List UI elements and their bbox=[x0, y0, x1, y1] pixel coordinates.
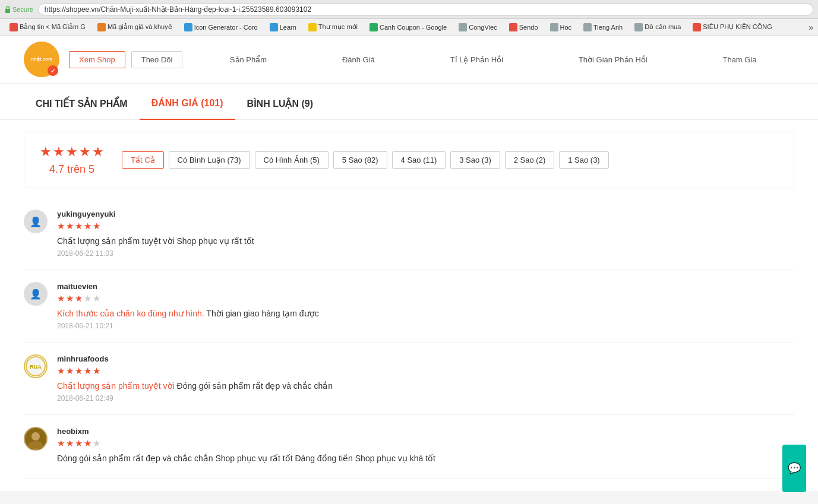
review-content: yukinguyenyuki ★ ★ ★ ★ ★ Chất lượng sản … bbox=[57, 210, 794, 258]
reviewer-name: minhruafoods bbox=[57, 354, 794, 363]
star: ★ bbox=[75, 293, 83, 304]
bookmark-icon bbox=[10, 23, 18, 31]
star-half: ★ bbox=[92, 144, 104, 160]
star-3: ★ bbox=[66, 144, 78, 160]
bookmark-hoc[interactable]: Hoc bbox=[545, 22, 577, 33]
bookmark-learn[interactable]: Learn bbox=[265, 22, 301, 33]
reviews-section: ★ ★ ★ ★ ★ 4.7 trên 5 Tất Cả Có Bình Luận… bbox=[0, 120, 818, 491]
nav-san-pham[interactable]: Sản Phẩm bbox=[225, 53, 271, 66]
svg-text:RUA: RUA bbox=[30, 364, 42, 370]
shop-header: nhật.com ✓ Xem Shop Theo Dõi Sản Phẩm Đá… bbox=[0, 36, 818, 84]
star: ★ bbox=[75, 221, 83, 232]
star: ★ bbox=[57, 366, 65, 376]
bookmark-folder[interactable]: Thư mục mới bbox=[304, 22, 362, 33]
star: ★ bbox=[57, 221, 65, 232]
bookmark-magiamgia[interactable]: Mã giảm giá và khuyế bbox=[93, 22, 177, 33]
bookmark-icon bbox=[308, 23, 317, 31]
star: ★ bbox=[84, 366, 91, 376]
verified-badge: ✓ bbox=[48, 65, 58, 76]
review-text: Kích thước của chăn ko đúng như hình. Th… bbox=[57, 309, 794, 318]
avatar-icon: 👤 bbox=[30, 216, 42, 227]
review-date: 2018-06-21 10:21 bbox=[57, 322, 794, 330]
shop-logo: nhật.com ✓ bbox=[24, 42, 59, 77]
review-date: 2018-06-21 02:49 bbox=[57, 394, 794, 402]
shop-nav: Sản Phẩm Đánh Giá Tỉ Lệ Phản Hồi Thời Gi… bbox=[192, 53, 794, 66]
review-stars: ★ ★ ★ ★ ★ bbox=[57, 293, 794, 304]
star-2: ★ bbox=[53, 144, 65, 160]
filter-1-sao[interactable]: 1 Sao (3) bbox=[559, 151, 608, 169]
chat-button[interactable]: 💬 bbox=[782, 445, 806, 491]
nav-thoi-gian-phan-hoi[interactable]: Thời Gian Phản Hồi bbox=[574, 53, 652, 66]
bookmark-sieuphu[interactable]: SIÊU PHỤ KIỆN CÔNG bbox=[688, 22, 776, 33]
review-content: minhruafoods ★ ★ ★ ★ ★ Chất lượng sản ph… bbox=[57, 354, 794, 402]
reviewer-name: heobixm bbox=[57, 427, 794, 436]
filter-3-sao[interactable]: 3 Sao (3) bbox=[450, 151, 500, 169]
avatar: 👤 bbox=[24, 210, 48, 233]
bookmark-docannua[interactable]: Đồ cần mua bbox=[630, 22, 686, 33]
bookmark-icon bbox=[97, 23, 106, 31]
tab-chi-tiet[interactable]: CHI TIẾT SẢN PHẨM bbox=[24, 88, 140, 119]
bookmark-sendo[interactable]: Sendo bbox=[504, 22, 543, 33]
tab-danh-gia[interactable]: ĐÁNH GIÁ (101) bbox=[140, 88, 235, 120]
avatar-photo bbox=[25, 428, 46, 449]
review-text: Chất lượng sản phẩm tuyệt vời Đóng gói s… bbox=[57, 381, 794, 391]
nav-tham-gia[interactable]: Tham Gia bbox=[718, 53, 761, 66]
nav-ti-le-phan-hoi[interactable]: Tỉ Lệ Phản Hồi bbox=[446, 53, 508, 66]
address-bar[interactable]: https://shopee.vn/Chăn-Muji-xuất-Nhật-Bả… bbox=[38, 4, 813, 15]
filter-buttons: Tất Cả Có Bình Luận (73) Có Hình Ảnh (5)… bbox=[122, 151, 782, 169]
rating-summary: ★ ★ ★ ★ ★ 4.7 trên 5 Tất Cả Có Bình Luận… bbox=[24, 132, 794, 188]
review-item: RUA minhruafoods ★ ★ ★ ★ ★ Chất lượng sả… bbox=[24, 343, 794, 415]
bookmark-icon bbox=[509, 23, 517, 31]
theo-doi-button[interactable]: Theo Dõi bbox=[131, 51, 183, 68]
stars-display: ★ ★ ★ ★ ★ bbox=[40, 144, 104, 160]
review-date: 2018-06-22 11:03 bbox=[57, 249, 794, 258]
rating-score-box: ★ ★ ★ ★ ★ 4.7 trên 5 bbox=[36, 144, 108, 176]
filter-2-sao[interactable]: 2 Sao (2) bbox=[505, 151, 554, 169]
bookmark-congviec[interactable]: CongViec bbox=[454, 22, 502, 33]
review-item: 👤 maituevien ★ ★ ★ ★ ★ Kích thước của ch… bbox=[24, 270, 794, 343]
star-1: ★ bbox=[40, 144, 52, 160]
star: ★ bbox=[93, 366, 100, 376]
filter-4-sao[interactable]: 4 Sao (11) bbox=[392, 151, 446, 169]
star-empty: ★ bbox=[93, 438, 100, 449]
reviewer-name: maituevien bbox=[57, 282, 794, 291]
reviewer-name: yukinguyenyuki bbox=[57, 210, 794, 218]
shop-buttons: Xem Shop Theo Dõi bbox=[69, 51, 182, 68]
review-item: 👤 yukinguyenyuki ★ ★ ★ ★ ★ Chất lượng sả… bbox=[24, 198, 794, 270]
avatar-icon: 👤 bbox=[30, 289, 42, 300]
star: ★ bbox=[66, 293, 74, 304]
bookmark-tienganh[interactable]: Tieng Anh bbox=[579, 22, 627, 33]
review-text: Chất lượng sản phẩm tuyệt vời Shop phục … bbox=[57, 236, 794, 246]
bookmark-icongenerator[interactable]: Icon Generator - Coro bbox=[179, 22, 263, 33]
filter-co-hinh-anh[interactable]: Có Hình Ảnh (5) bbox=[255, 151, 329, 169]
bookmark-icon bbox=[634, 23, 643, 31]
more-bookmarks-button[interactable]: » bbox=[808, 23, 813, 32]
star: ★ bbox=[66, 221, 74, 232]
nav-danh-gia[interactable]: Đánh Giá bbox=[337, 53, 380, 66]
star: ★ bbox=[66, 438, 74, 449]
star: ★ bbox=[93, 221, 100, 232]
review-content: maituevien ★ ★ ★ ★ ★ Kích thước của chăn… bbox=[57, 282, 794, 330]
bookmark-icon bbox=[550, 23, 558, 31]
review-text: Đóng gói sản phẩm rất đẹp và chắc chắn S… bbox=[57, 454, 794, 463]
review-stars: ★ ★ ★ ★ ★ bbox=[57, 221, 794, 232]
filter-tat-ca[interactable]: Tất Cả bbox=[122, 151, 164, 169]
star: ★ bbox=[75, 438, 83, 449]
star: ★ bbox=[57, 293, 65, 304]
xem-shop-button[interactable]: Xem Shop bbox=[69, 51, 125, 68]
avatar-logo: RUA bbox=[25, 356, 46, 377]
bookmark-canh-coupon[interactable]: Canh Coupon - Google bbox=[365, 22, 451, 33]
star: ★ bbox=[84, 221, 91, 232]
filter-5-sao[interactable]: 5 Sao (82) bbox=[333, 151, 387, 169]
product-tabs: CHI TIẾT SẢN PHẨM ĐÁNH GIÁ (101) BÌNH LU… bbox=[0, 88, 818, 120]
review-item: heobixm ★ ★ ★ ★ ★ Đóng gói sản phẩm rất … bbox=[24, 415, 794, 479]
filter-co-binh-luan[interactable]: Có Bình Luận (73) bbox=[169, 151, 250, 169]
browser-bar: Secure https://shopee.vn/Chăn-Muji-xuất-… bbox=[0, 0, 818, 19]
star: ★ bbox=[57, 438, 65, 449]
chat-icon: 💬 bbox=[788, 462, 801, 475]
review-stars: ★ ★ ★ ★ ★ bbox=[57, 438, 794, 449]
tab-binh-luan[interactable]: BÌNH LUẬN (9) bbox=[235, 88, 325, 119]
bookmark-bangtin[interactable]: Bảng tin < Mã Giảm G bbox=[5, 22, 90, 33]
star: ★ bbox=[75, 366, 83, 376]
bookmarks-bar: Bảng tin < Mã Giảm G Mã giảm giá và khuy… bbox=[0, 19, 818, 36]
